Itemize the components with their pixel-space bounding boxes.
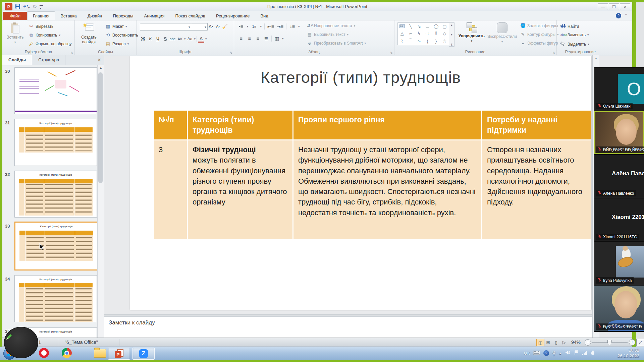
- scroll-up-icon[interactable]: ▲: [593, 55, 599, 60]
- scrollbar-thumb[interactable]: [98, 72, 103, 183]
- brace-left-shape-icon[interactable]: {: [427, 39, 428, 44]
- shapes-more-icon[interactable]: ▾̲: [451, 43, 452, 46]
- slide-sorter-view-button[interactable]: ⊞: [544, 339, 552, 346]
- character-spacing-button[interactable]: AV: [177, 36, 183, 42]
- strikethrough-button[interactable]: abc: [169, 36, 176, 42]
- elbow-shape-icon[interactable]: ⌐: [409, 31, 412, 36]
- chrome-icon[interactable]: [62, 348, 72, 358]
- annotation-pencil-icon[interactable]: [5, 333, 13, 342]
- keyboard-icon[interactable]: [533, 351, 540, 356]
- arrow-shape-icon[interactable]: ↘: [417, 24, 421, 29]
- increase-font-icon[interactable]: A▴: [208, 23, 214, 29]
- tab-animations[interactable]: Анимация: [139, 12, 170, 20]
- notes-pane[interactable]: Заметки к слайду: [104, 316, 599, 338]
- find-button[interactable]: Найти: [560, 24, 579, 29]
- align-center-icon[interactable]: ≡: [246, 35, 253, 42]
- slide-title[interactable]: Категорії (типи) труднощів: [130, 68, 591, 86]
- tab-outline[interactable]: Структура: [32, 55, 65, 65]
- tab-insert[interactable]: Вставка: [55, 12, 82, 20]
- close-panel-icon[interactable]: ✕: [97, 57, 101, 63]
- down-arrow-shape-icon[interactable]: ⇩: [434, 31, 438, 36]
- minimize-ribbon-icon[interactable]: ⌃: [625, 13, 628, 18]
- maximize-button[interactable]: ❐: [609, 3, 619, 10]
- volume-icon[interactable]: [565, 350, 571, 356]
- tab-view[interactable]: Вид: [255, 12, 274, 20]
- zoom-in-icon[interactable]: +: [629, 339, 635, 346]
- section-button[interactable]: ▤Раздел▾: [105, 41, 129, 46]
- network-icon[interactable]: [582, 351, 587, 355]
- zoom-slider[interactable]: [592, 342, 628, 343]
- shape-effects-button[interactable]: ◒Эффекты фигур▾: [520, 41, 561, 46]
- text-shadow-button[interactable]: S: [162, 36, 168, 42]
- decrease-indent-icon[interactable]: ⇤≡: [267, 23, 274, 29]
- scroll-up-icon[interactable]: ▲: [98, 65, 104, 69]
- zoom-level[interactable]: 94%: [571, 340, 581, 345]
- triangle-shape-icon[interactable]: △: [400, 31, 404, 36]
- tab-slides[interactable]: Слайды: [2, 55, 32, 65]
- new-slide-button[interactable]: Создать слайд ▾: [77, 22, 101, 44]
- participant-tile[interactable]: О Ольга Шахман: [594, 68, 644, 111]
- dialog-launcher-icon[interactable]: ⇘: [70, 51, 73, 54]
- participant-tile-video[interactable]: Đ¡Đ²ÑÑĐ»Đ°Đ½Đ° Đ: [594, 286, 644, 331]
- clear-formatting-icon[interactable]: 🧹: [222, 23, 228, 29]
- zoom-slider-thumb[interactable]: [607, 340, 612, 345]
- paste-button[interactable]: Вставить▾: [4, 22, 26, 44]
- font-size-combo[interactable]: ▾: [191, 23, 208, 31]
- underline-button[interactable]: Ч: [155, 36, 161, 42]
- tab-file[interactable]: Файл: [3, 12, 27, 20]
- shape-outline-button[interactable]: ✎Контур фигуры▾: [520, 32, 558, 37]
- opera-icon[interactable]: [39, 348, 49, 358]
- tab-home[interactable]: Главная: [27, 11, 55, 20]
- blob-shape-icon[interactable]: ◇: [443, 31, 446, 36]
- participant-tile-video[interactable]: ĐÑĐ¸Đ½Đ° ĐĐ¸ÑĐ½ĐµĐ: [594, 111, 644, 154]
- participant-tile[interactable]: Xiaomi 22011 Xiaomi 2201116TG: [594, 198, 644, 241]
- slide-thumbnail-32[interactable]: Категорії (типи) труднощів: [14, 171, 97, 218]
- line-shape-icon[interactable]: ╲: [409, 24, 412, 29]
- zoom-out-icon[interactable]: −: [585, 339, 591, 346]
- shape-fill-button[interactable]: 🪣Заливка фигуры▾: [520, 23, 561, 28]
- slide-thumbnail-34[interactable]: Категорії (типи) труднощів: [14, 275, 97, 322]
- bold-button[interactable]: Ж: [140, 36, 146, 42]
- justify-icon[interactable]: ≣: [263, 35, 269, 42]
- tab-review[interactable]: Рецензирование: [211, 12, 255, 20]
- decrease-font-icon[interactable]: A▾: [215, 23, 221, 29]
- close-button[interactable]: ✕: [620, 3, 630, 10]
- taskbar-powerpoint-button[interactable]: P: [108, 348, 130, 360]
- copy-button[interactable]: ⧉Копировать▾: [29, 33, 60, 38]
- tab-transitions[interactable]: Переходы: [107, 12, 139, 20]
- dialog-launcher-icon[interactable]: ⇘: [230, 51, 232, 54]
- tab-slideshow[interactable]: Показ слайдов: [170, 12, 211, 20]
- language-indicator[interactable]: UK: [524, 351, 530, 356]
- help-icon[interactable]: ?: [616, 13, 621, 18]
- arrange-button[interactable]: Упорядочить▾: [458, 22, 485, 43]
- quick-styles-button[interactable]: Экспресс-стили▾: [486, 22, 518, 44]
- layout-button[interactable]: ▦Макет▾: [105, 24, 127, 29]
- align-text-button[interactable]: ▤Выровнять текст▾: [307, 32, 348, 37]
- change-case-button[interactable]: Aa: [187, 36, 193, 42]
- numbering-icon[interactable]: 1≡: [251, 23, 258, 29]
- text-direction-button[interactable]: ⇵AНаправление текста▾: [307, 23, 355, 28]
- italic-button[interactable]: К: [147, 36, 154, 42]
- slide-thumbnail-30[interactable]: [14, 67, 97, 114]
- font-color-button[interactable]: A: [198, 35, 204, 43]
- shapes-scroll-down-icon[interactable]: ▾: [451, 33, 452, 36]
- format-painter-button[interactable]: 🖌Формат по образцу: [29, 41, 72, 46]
- slide-table[interactable]: №/п Категорія (типи) труднощів Прояви пе…: [154, 111, 588, 239]
- tray-clock[interactable]: 16:51 26.10.2023: [618, 347, 639, 359]
- align-right-icon[interactable]: ≡: [255, 35, 261, 42]
- minimize-button[interactable]: —: [598, 3, 608, 10]
- columns-icon[interactable]: ▥: [274, 35, 280, 42]
- normal-view-button[interactable]: ◫: [536, 339, 544, 346]
- replace-button[interactable]: abacЗаменить▾: [560, 33, 589, 37]
- bullets-icon[interactable]: •≡: [238, 23, 244, 29]
- slide-thumbnail-31[interactable]: Категорії (типи) труднощів: [14, 119, 97, 166]
- dialog-launcher-icon[interactable]: ⇘: [390, 51, 393, 54]
- line-spacing-icon[interactable]: ↕≡: [289, 23, 296, 29]
- right-arrow-shape-icon[interactable]: ⇨: [426, 31, 429, 36]
- rounded-rect-shape-icon[interactable]: ▢: [442, 24, 446, 29]
- brace-right-shape-icon[interactable]: }: [435, 39, 437, 44]
- smartart-button[interactable]: ⬙Преобразовать в SmartArt▾: [307, 41, 366, 46]
- reading-view-button[interactable]: ▯: [552, 339, 560, 346]
- curve-shape-icon[interactable]: ∿: [417, 39, 421, 44]
- fit-slide-to-window-icon[interactable]: ⤢: [636, 339, 644, 346]
